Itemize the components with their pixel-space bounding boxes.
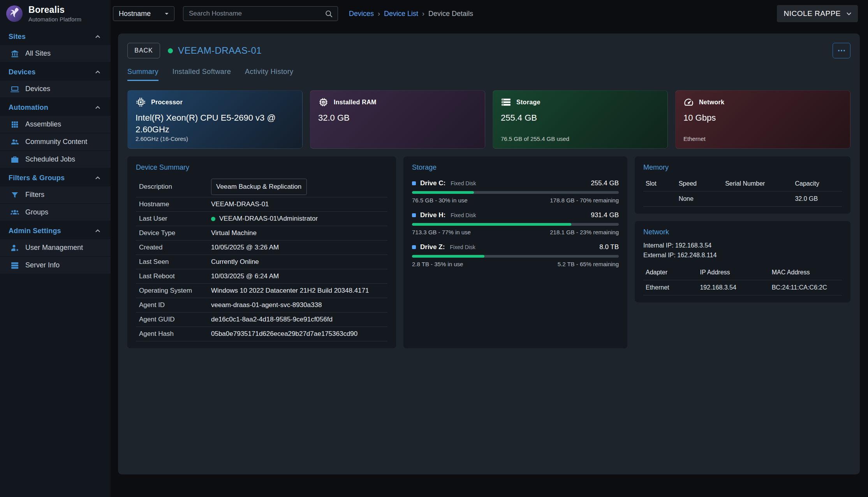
description-input[interactable]	[211, 179, 307, 195]
drive-usage-bar	[412, 255, 619, 258]
server-icon	[10, 261, 19, 270]
table-row: Device Type Virtual Machine	[136, 226, 387, 241]
sidebar-item-community-content[interactable]: Community Content	[0, 133, 111, 151]
field-label: Last User	[139, 215, 211, 223]
search-input[interactable]	[189, 10, 324, 18]
field-value: Virtual Machine	[211, 229, 257, 237]
breadcrumb: Devices › Device List › Device Details	[349, 10, 473, 18]
content-area: BACK VEEAM-DRAAS-01 Summary Installed So…	[111, 27, 868, 497]
sidebar-section-filters-groups[interactable]: Filters & Groups	[0, 169, 111, 186]
field-value: Windows 10 2022 Datacenter 21H2 Build 20…	[211, 287, 369, 295]
caret-down-icon	[162, 9, 171, 18]
tab-installed-software[interactable]: Installed Software	[173, 68, 231, 81]
sidebar-item-filters[interactable]: Filters	[0, 186, 111, 204]
brand-subtitle: Automation Platform	[28, 16, 81, 23]
search-icon	[324, 9, 333, 18]
cpu-icon	[136, 97, 146, 107]
card-subtext: 76.5 GB of 255.4 GB used	[501, 135, 660, 142]
field-label: Hostname	[139, 200, 211, 208]
storage-icon	[501, 97, 511, 107]
detail-panels: Device Summary Description Hostname VEEA…	[127, 156, 850, 348]
device-summary-table: Description Hostname VEEAM-DRAAS-01 Last…	[136, 176, 387, 341]
card-label: Storage	[516, 99, 541, 106]
sidebar-item-assemblies[interactable]: Assemblies	[0, 116, 111, 133]
more-actions-button[interactable]	[833, 43, 850, 58]
storage-panel: Storage Drive C: Fixed Disk 255.4 GB 76.…	[403, 156, 627, 348]
topbar: Hostname Devices › Device List › Device …	[111, 0, 868, 27]
drive-name: Drive H:	[420, 211, 445, 219]
drive-legend-icon	[412, 245, 416, 249]
tab-summary[interactable]: Summary	[127, 68, 158, 81]
sidebar-section-automation[interactable]: Automation	[0, 98, 111, 116]
field-value: 05ba0e7935171d626ecea29b27d7ae175363cd90	[211, 330, 357, 338]
sidebar-item-groups[interactable]: Groups	[0, 204, 111, 221]
ram-icon	[318, 97, 329, 107]
app-root: Borealis Automation Platform Sites All S…	[0, 0, 868, 497]
column-header: IP Address	[700, 269, 771, 276]
breadcrumb-separator: ›	[422, 10, 424, 18]
table-row: Last User VEEAM-DRAAS-01\Administrator	[136, 212, 387, 226]
device-details-panel: BACK VEEAM-DRAAS-01 Summary Installed So…	[118, 33, 860, 474]
tab-activity-history[interactable]: Activity History	[245, 68, 293, 81]
network-panel: Network Internal IP: 192.168.3.54 Extern…	[635, 221, 850, 302]
ram-card: Installed RAM 32.0 GB	[310, 90, 485, 149]
sidebar-item-user-management[interactable]: User Management	[0, 239, 111, 257]
card-value: 10 Gbps	[683, 112, 831, 124]
column-header: Slot	[646, 180, 679, 187]
card-label: Installed RAM	[334, 99, 377, 106]
back-button[interactable]: BACK	[127, 43, 160, 58]
breadcrumb-devices[interactable]: Devices	[349, 10, 374, 18]
drive-usage-fill	[412, 223, 571, 226]
sidebar-section-devices[interactable]: Devices	[0, 63, 111, 81]
hostname-filter-select[interactable]: Hostname	[113, 6, 174, 21]
card-value: 255.4 GB	[501, 112, 649, 124]
sidebar: Borealis Automation Platform Sites All S…	[0, 0, 111, 497]
table-row: Last Reboot 10/03/2025 @ 6:24 AM	[136, 269, 387, 284]
card-value: Intel(R) Xeon(R) CPU E5-2690 v3 @ 2.60GH…	[136, 112, 283, 135]
table-row: Agent GUID de16c0c1-8aa2-4d18-9585-9ce91…	[136, 313, 387, 327]
breadcrumb-device-list[interactable]: Device List	[384, 10, 418, 18]
device-summary-panel: Device Summary Description Hostname VEEA…	[127, 156, 396, 348]
drive-used-text: 713.3 GB - 77% in use	[412, 229, 471, 235]
user-menu-button[interactable]: NICOLE RAPPE	[777, 5, 858, 22]
user-gear-icon	[10, 243, 19, 253]
field-value: 10/03/2025 @ 6:24 AM	[211, 272, 279, 280]
sidebar-nav: Sites All Sites Devices Devices Automati…	[0, 27, 111, 274]
table-row: Agent ID veeam-draas-01-agent-svc-8930a3…	[136, 298, 387, 313]
sidebar-section-sites[interactable]: Sites	[0, 27, 111, 45]
cell-speed: None	[679, 195, 725, 202]
cell-adapter: Ethernet	[646, 284, 700, 291]
drive-legend-icon	[412, 213, 416, 217]
sidebar-item-label: Filters	[25, 191, 44, 199]
sidebar-item-server-info[interactable]: Server Info	[0, 257, 111, 274]
drive-remaining-text: 178.8 GB - 70% remaining	[550, 197, 619, 204]
chevron-down-icon	[845, 9, 853, 18]
field-value: VEEAM-DRAAS-01	[211, 200, 269, 208]
column-header: Adapter	[646, 269, 700, 276]
sidebar-item-all-sites[interactable]: All Sites	[0, 45, 111, 63]
sidebar-item-scheduled-jobs[interactable]: Scheduled Jobs	[0, 151, 111, 169]
tab-bar: Summary Installed Software Activity Hist…	[127, 68, 850, 81]
section-label: Sites	[9, 33, 26, 41]
cell-mac: BC:24:11:CA:C6:2C	[772, 284, 840, 291]
field-value: veeam-draas-01-agent-svc-8930a338	[211, 301, 322, 309]
column-header: Capacity	[795, 180, 840, 187]
field-label: Last Seen	[139, 258, 211, 266]
sidebar-section-admin-settings[interactable]: Admin Settings	[0, 221, 111, 239]
sidebar-item-label: Assemblies	[25, 120, 61, 128]
ip-summary: Internal IP: 192.168.3.54 External IP: 1…	[643, 241, 842, 260]
stat-cards: Processor Intel(R) Xeon(R) CPU E5-2690 v…	[127, 90, 850, 149]
table-row: Agent Hash 05ba0e7935171d626ecea29b27d7a…	[136, 327, 387, 341]
field-value: 10/05/2025 @ 3:26 AM	[211, 244, 279, 251]
column-header: Serial Number	[725, 180, 795, 187]
drive-remaining-text: 5.2 TB - 65% remaining	[558, 261, 619, 267]
table-row: Operating System Windows 10 2022 Datacen…	[136, 284, 387, 298]
breadcrumb-current: Device Details	[428, 10, 473, 18]
brand: Borealis Automation Platform	[0, 0, 111, 27]
drive-size: 255.4 GB	[591, 179, 619, 187]
table-row: Ethernet 192.168.3.54 BC:24:11:CA:C6:2C	[643, 280, 842, 295]
internal-ip-label: Internal IP:	[643, 242, 673, 249]
sidebar-item-devices[interactable]: Devices	[0, 81, 111, 98]
cell-capacity: 32.0 GB	[795, 195, 840, 202]
drive-used-text: 76.5 GB - 30% in use	[412, 197, 468, 204]
